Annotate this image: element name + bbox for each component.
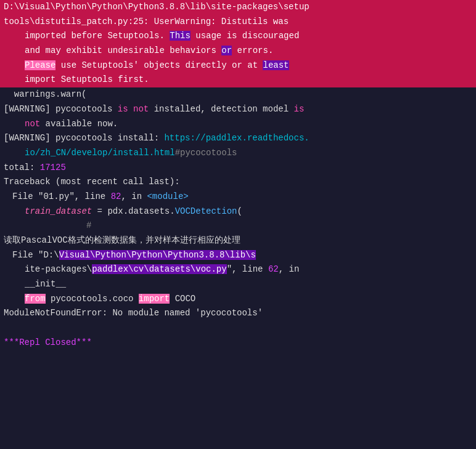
train-dataset-line: train_dataset = pdx.datasets.VOCDetectio… (0, 204, 476, 219)
warning-line-6: import Setuptools first. (0, 73, 476, 87)
pycocotools-warn2b: io/zh_CN/develop/install.html#pycocotool… (0, 146, 476, 161)
warning-line-1: D:\Visual\Python\Python\Python3.8.8\lib\… (0, 0, 476, 15)
pycocotools-warn2: [WARNING] pycocotools install: https://p… (0, 131, 476, 146)
blank-line (0, 321, 476, 336)
from-import-line: from pycocotools.coco import COCO (0, 292, 476, 307)
warning-line-3: imported before Setuptools. This usage i… (0, 29, 476, 44)
file2b-line: ite-packages\paddlex\cv\datasets\voc.py"… (0, 262, 476, 277)
module-not-found-line: ModuleNotFoundError: No module named 'py… (0, 306, 476, 321)
warning-line-2: tools\distutils_patch.py:25: UserWarning… (0, 15, 476, 30)
file2-line: File "D:\Visual\Python\Python\Python3.8.… (0, 248, 476, 263)
repl-closed-line: ***Repl Closed*** (0, 336, 476, 350)
hash-comment-line: # (0, 219, 476, 233)
file1-line: File "01.py", line 82, in <module> (0, 190, 476, 204)
traceback-line: Traceback (most recent call last): (0, 175, 476, 190)
init-line: __init__ (0, 277, 476, 292)
warning-line-5: Please use Setuptools' objects directly … (0, 59, 476, 73)
warning-line-4: and may exhibit undesirable behaviors or… (0, 44, 476, 59)
warnings-warn: warnings.warn( (0, 87, 476, 102)
terminal: D:\Visual\Python\Python\Python3.8.8\lib\… (0, 0, 476, 449)
pycocotools-warn1b: not available now. (0, 117, 476, 132)
pycocotools-warn1: [WARNING] pycocotools is not installed, … (0, 102, 476, 117)
chinese-comment-line: 读取PascalVOC格式的检测数据集，并对样本进行相应的处理 (0, 233, 476, 248)
total-line: total: 17125 (0, 161, 476, 176)
